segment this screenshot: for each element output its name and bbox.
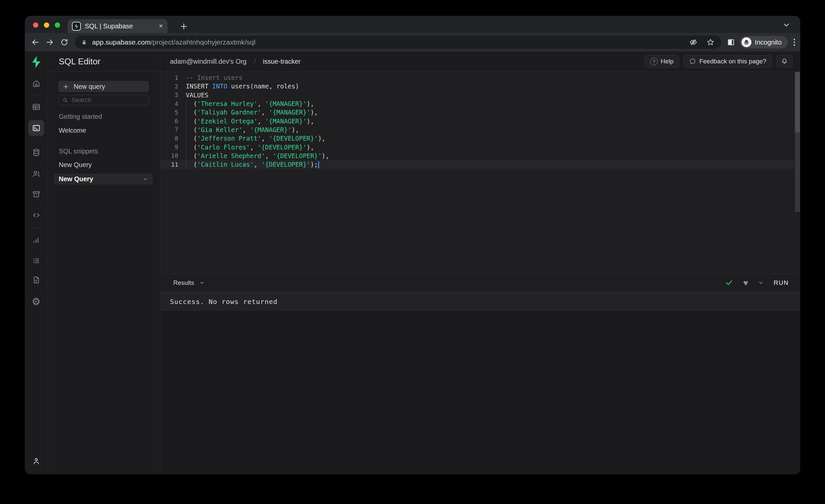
code-text: ('Caitlin Lucas', '{DEVELOPER}'); [183, 161, 319, 168]
authentication-icon[interactable] [32, 170, 41, 178]
line-number: 5 [160, 109, 183, 116]
plus-icon [63, 83, 69, 90]
code-line-8[interactable]: 8 ('Jefferson Pratt', '{DEVELOPER}'), [160, 134, 794, 143]
tab-search-chevron-icon[interactable] [782, 21, 791, 29]
code-text: ('Jefferson Pratt', '{DEVELOPER}'), [183, 135, 325, 142]
tab-title: SQL | Supabase [85, 22, 155, 30]
code-line-4[interactable]: 4 ('Theresa Hurley', '{MANAGER}'), [160, 99, 794, 108]
chevron-down-icon[interactable] [143, 176, 148, 182]
side-panel-icon[interactable] [727, 38, 735, 47]
url-path: /project/azahtnhqohyjerzaxtmk/sql [150, 38, 255, 46]
window-controls [33, 22, 60, 28]
settings-gear-icon[interactable]: ⚙ [32, 297, 41, 307]
section-label-getting-started: Getting started [59, 113, 102, 121]
sidebar-item-new-query-1[interactable]: New Query [59, 161, 92, 169]
line-number: 8 [160, 135, 183, 142]
success-check-icon [725, 279, 733, 287]
docs-icon[interactable] [32, 276, 41, 284]
supabase-logo-icon[interactable] [31, 56, 42, 68]
storage-icon[interactable] [32, 190, 41, 199]
code-line-7[interactable]: 7 ('Gia Keller', '{MANAGER}'), [160, 126, 794, 134]
main-header: adam@windmill.dev's Org / issue-tracker … [160, 52, 800, 72]
code-line-2[interactable]: 2INSERT INTO users(name, roles) [160, 82, 794, 90]
supabase-favicon-icon [72, 22, 81, 31]
feedback-button[interactable]: Feedback on this page? [683, 55, 772, 68]
browser-menu-icon[interactable] [794, 39, 795, 46]
editor-scrollbar[interactable] [795, 72, 800, 212]
tab-close-icon[interactable]: × [159, 22, 163, 30]
code-text: ('Arielle Shepherd', '{DEVELOPER}'), [183, 152, 329, 159]
code-line-9[interactable]: 9 ('Carlo Flores', '{DEVELOPER}'), [160, 143, 794, 151]
results-message-row: Success. No rows returned [160, 292, 800, 311]
database-icon[interactable] [32, 148, 41, 157]
help-button[interactable]: ? Help [645, 55, 679, 68]
help-label: Help [661, 58, 674, 65]
code-line-5[interactable]: 5 ('Taliyah Gardner', '{MANAGER}'), [160, 108, 794, 117]
code-text: INSERT INTO users(name, roles) [183, 82, 299, 90]
results-empty-area [160, 311, 800, 474]
address-bar[interactable]: app.supabase.com/project/azahtnhqohyjerz… [75, 35, 722, 49]
url-host: app.supabase.com [92, 38, 150, 46]
run-controls: ♥ RUN [725, 279, 789, 287]
sidebar-item-welcome[interactable]: Welcome [59, 127, 86, 134]
reload-button[interactable] [57, 35, 72, 50]
breadcrumb-org[interactable]: adam@windmill.dev's Org [170, 58, 246, 65]
browser-toolbar: app.supabase.com/project/azahtnhqohyjerz… [25, 33, 800, 52]
help-icon: ? [650, 58, 658, 65]
notifications-button[interactable] [776, 55, 793, 68]
line-number: 1 [160, 74, 183, 81]
search-input[interactable] [72, 96, 138, 103]
main-area: adam@windmill.dev's Org / issue-tracker … [160, 52, 800, 474]
browser-tab[interactable]: SQL | Supabase × [68, 19, 168, 33]
sql-editor-icon[interactable] [32, 124, 41, 133]
table-editor-icon[interactable] [32, 103, 41, 112]
forward-button[interactable] [43, 35, 57, 50]
code-line-10[interactable]: 10 ('Arielle Shepherd', '{DEVELOPER}'), [160, 151, 794, 160]
incognito-badge[interactable]: Incognito [740, 36, 788, 49]
code-text: -- Insert users [183, 74, 242, 81]
home-icon[interactable] [32, 79, 41, 88]
edge-functions-icon[interactable] [32, 211, 41, 220]
section-label-sql-snippets: SQL snippets [59, 148, 98, 155]
speech-bubble-icon [689, 58, 696, 65]
eye-off-icon[interactable] [689, 38, 698, 47]
editor-scrollbar-thumb[interactable] [795, 72, 800, 132]
results-dropdown[interactable]: Results [173, 279, 205, 286]
breadcrumb-separator: / [254, 58, 256, 65]
search-box [58, 95, 149, 105]
run-options-chevron-icon[interactable] [758, 280, 764, 286]
back-button[interactable] [28, 35, 43, 50]
minimize-window-button[interactable] [44, 22, 49, 28]
nav-rail: ⚙ [25, 52, 48, 474]
favorite-heart-icon[interactable]: ♥ [743, 279, 748, 287]
breadcrumb-project[interactable]: issue-tracker [263, 58, 301, 65]
code-line-1[interactable]: 1-- Insert users [160, 73, 794, 82]
success-message: Success. No rows returned [170, 298, 278, 306]
code-text: ('Theresa Hurley', '{MANAGER}'), [183, 100, 314, 107]
bell-icon [781, 58, 788, 65]
bookmark-star-icon[interactable] [706, 38, 715, 47]
zoom-window-button[interactable] [55, 22, 60, 28]
reports-icon[interactable] [32, 236, 41, 244]
close-window-button[interactable] [33, 22, 38, 28]
sql-code-editor[interactable]: 1-- Insert users2INSERT INTO users(name,… [160, 72, 800, 273]
indent-guide [186, 99, 186, 169]
sidebar-item-new-query-2-selected[interactable]: New Query [54, 173, 153, 185]
code-line-11[interactable]: 11 ('Caitlin Lucas', '{DEVELOPER}'); [160, 160, 794, 169]
sidebar-header: SQL Editor [48, 52, 160, 72]
results-bar: Results ♥ RUN [160, 273, 800, 292]
header-actions: ? Help Feedback on this page? [645, 55, 793, 68]
text-cursor [318, 161, 319, 168]
results-label: Results [173, 279, 194, 286]
account-icon[interactable] [32, 457, 41, 466]
code-line-3[interactable]: 3VALUES [160, 91, 794, 99]
new-query-button[interactable]: New query [58, 81, 149, 92]
selected-query-label: New Query [59, 175, 93, 183]
supabase-app: ⚙ SQL Editor New query Getting started W… [25, 52, 800, 474]
new-tab-button[interactable] [178, 20, 190, 32]
logs-icon[interactable] [32, 257, 41, 265]
code-line-6[interactable]: 6 ('Ezekiel Ortega', '{MANAGER}'), [160, 117, 794, 125]
run-button[interactable]: RUN [773, 279, 789, 286]
url-text: app.supabase.com/project/azahtnhqohyjerz… [92, 38, 684, 46]
lock-icon [81, 39, 87, 46]
